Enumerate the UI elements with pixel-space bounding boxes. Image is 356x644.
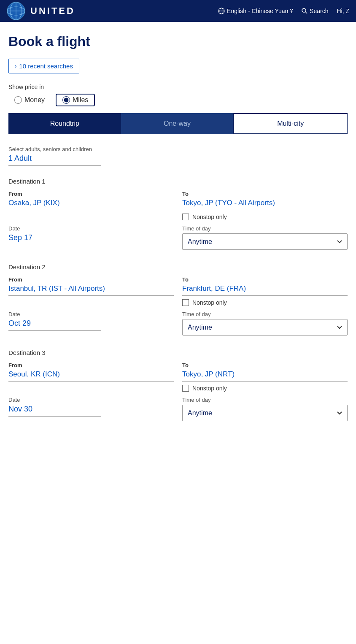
globe-icon [218,8,225,14]
destination-2-section: Destination 2 From Istanbul, TR (IST - A… [8,263,348,336]
dest-3-to-label: To [182,362,348,368]
dest-1-date-field: Date Sep 17 [8,225,174,245]
dest-1-time-label: Time of day [182,225,348,232]
svg-line-9 [305,12,307,14]
dest-1-to-label: To [182,191,348,197]
dest-1-date-label: Date [8,225,174,232]
language-label: English - Chinese Yuan ¥ [227,8,293,14]
tab-oneway[interactable]: One-way [121,113,234,134]
destination-1-header: Destination 1 [8,178,348,185]
user-greeting[interactable]: Hi, Z [337,8,349,14]
dest-1-nonstop-row: Nonstop only [182,214,348,220]
dest-1-date-value[interactable]: Sep 17 [8,233,101,245]
recent-searches-label: 10 recent searches [19,62,73,70]
dest-1-nonstop-label: Nonstop only [192,214,227,220]
dest-3-time-select[interactable]: Anytime Morning Afternoon Evening [182,405,348,421]
dest-3-from-value[interactable]: Seoul, KR (ICN) [8,370,174,382]
tab-multicity[interactable]: Multi-city [233,113,348,134]
destination-3-from-field: From Seoul, KR (ICN) [8,362,174,397]
miles-label: Miles [73,96,88,104]
search-icon [302,8,307,14]
dest-3-date-value[interactable]: Nov 30 [8,405,101,417]
destination-2-from-field: From Istanbul, TR (IST - All Airports) [8,276,174,311]
destination-1-section: Destination 1 From Osaka, JP (KIX) To To… [8,178,348,250]
dest-2-nonstop-label: Nonstop only [192,299,227,306]
destination-1-from-to: From Osaka, JP (KIX) To Tokyo, JP (TYO -… [8,191,348,225]
dest-3-date-label: Date [8,397,174,403]
dest-1-time-select[interactable]: Anytime Morning Afternoon Evening [182,233,348,250]
show-price-label: Show price in [8,84,348,90]
passengers-label: Select adults, seniors and children [8,146,348,152]
destination-3-section: Destination 3 From Seoul, KR (ICN) To To… [8,349,348,421]
svg-point-8 [302,8,306,12]
page-title: Book a flight [8,34,348,49]
dest-3-nonstop-checkbox[interactable] [182,385,189,392]
dest-3-nonstop-row: Nonstop only [182,385,348,392]
destination-1-from-field: From Osaka, JP (KIX) [8,191,174,225]
dest-1-time-field: Time of day Anytime Morning Afternoon Ev… [182,225,348,250]
dest-1-to-value[interactable]: Tokyo, JP (TYO - All Airports) [182,199,348,210]
dest-3-to-value[interactable]: Tokyo, JP (NRT) [182,370,348,382]
miles-radio[interactable] [62,96,70,104]
dest-1-nonstop-checkbox[interactable] [182,214,189,220]
dest-3-date-field: Date Nov 30 [8,397,174,417]
dest-3-time-field: Time of day Anytime Morning Afternoon Ev… [182,397,348,421]
destination-2-date-time: Date Oct 29 Time of day Anytime Morning … [8,311,348,336]
dest-3-from-label: From [8,362,174,368]
destination-1-date-time: Date Sep 17 Time of day Anytime Morning … [8,225,348,250]
dest-2-nonstop-row: Nonstop only [182,299,348,306]
destination-1-to-field: To Tokyo, JP (TYO - All Airports) Nonsto… [182,191,348,225]
dest-3-nonstop-label: Nonstop only [192,385,227,392]
money-label: Money [24,96,45,104]
dest-1-from-value[interactable]: Osaka, JP (KIX) [8,199,174,210]
brand-name: UNITED [30,5,213,16]
tab-roundtrip[interactable]: Roundtrip [8,113,121,134]
language-selector[interactable]: English - Chinese Yuan ¥ [218,8,293,14]
destination-2-header: Destination 2 [8,263,348,271]
money-radio[interactable] [14,96,22,104]
dest-2-date-label: Date [8,311,174,317]
dest-2-to-value[interactable]: Frankfurt, DE (FRA) [182,284,348,296]
price-toggle-section: Show price in Money Miles [8,84,348,106]
dest-2-date-field: Date Oct 29 [8,311,174,331]
destination-2-from-to: From Istanbul, TR (IST - All Airports) T… [8,276,348,311]
destination-2-to-field: To Frankfurt, DE (FRA) Nonstop only [182,276,348,311]
recent-searches-button[interactable]: › 10 recent searches [8,59,79,73]
destination-3-header: Destination 3 [8,349,348,356]
dest-2-from-label: From [8,276,174,283]
dest-2-date-value[interactable]: Oct 29 [8,319,101,331]
main-content: Book a flight › 10 recent searches Show … [0,22,356,452]
dest-2-from-value[interactable]: Istanbul, TR (IST - All Airports) [8,284,174,296]
header-search[interactable]: Search [302,8,328,14]
money-option[interactable]: Money [8,94,51,106]
miles-option[interactable]: Miles [56,94,95,106]
united-logo [7,2,25,20]
dest-2-time-label: Time of day [182,311,348,317]
dest-2-time-field: Time of day Anytime Morning Afternoon Ev… [182,311,348,336]
destination-3-to-field: To Tokyo, JP (NRT) Nonstop only [182,362,348,397]
dest-1-from-label: From [8,191,174,197]
dest-2-nonstop-checkbox[interactable] [182,299,189,306]
dest-3-time-label: Time of day [182,397,348,403]
destination-3-from-to: From Seoul, KR (ICN) To Tokyo, JP (NRT) … [8,362,348,397]
dest-2-time-select[interactable]: Anytime Morning Afternoon Evening [182,319,348,336]
passengers-value[interactable]: 1 Adult [8,154,101,166]
chevron-right-icon: › [15,63,16,69]
trip-type-tabs: Roundtrip One-way Multi-city [8,113,348,134]
price-radio-group: Money Miles [8,94,348,106]
dest-2-to-label: To [182,276,348,283]
passengers-section: Select adults, seniors and children 1 Ad… [8,146,348,166]
destination-3-date-time: Date Nov 30 Time of day Anytime Morning … [8,397,348,421]
header: UNITED English - Chinese Yuan ¥ Search H… [0,0,356,22]
header-nav: English - Chinese Yuan ¥ Search Hi, Z [218,8,349,14]
search-label: Search [310,8,328,14]
